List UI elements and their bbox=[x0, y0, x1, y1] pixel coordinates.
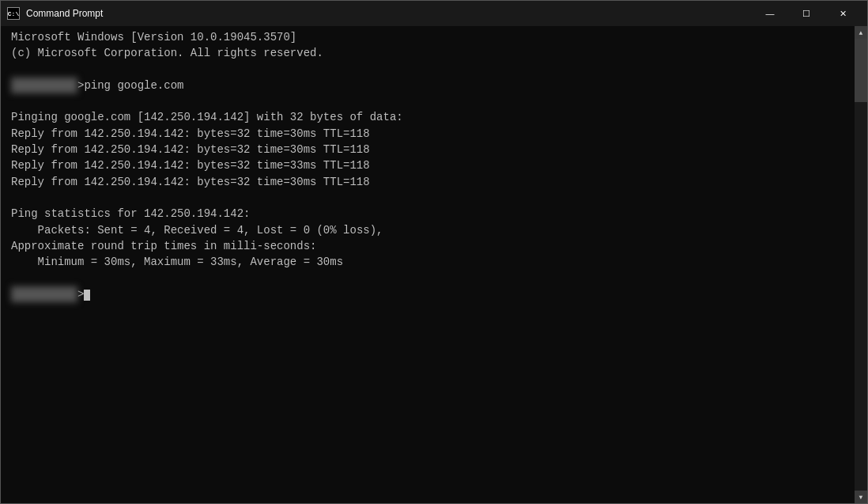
terminal-body[interactable]: Microsoft Windows [Version 10.0.19045.35… bbox=[5, 26, 855, 503]
close-button[interactable]: ✕ bbox=[825, 1, 861, 26]
maximize-button[interactable]: ☐ bbox=[788, 1, 825, 26]
final-prompt: > bbox=[11, 288, 90, 301]
window-icon: C:\ bbox=[7, 7, 20, 20]
line-pinging: Pinging google.com [142.250.194.142] wit… bbox=[11, 111, 403, 123]
terminal-output: Microsoft Windows [Version 10.0.19045.35… bbox=[11, 29, 848, 302]
username-blurred bbox=[11, 78, 77, 93]
stats-rtt-label: Approximate round trip times in milli-se… bbox=[11, 240, 316, 252]
line-copyright: (c) Microsoft Corporation. All rights re… bbox=[11, 47, 323, 59]
title-bar: C:\ Command Prompt — ☐ ✕ bbox=[1, 1, 867, 26]
window-controls: — ☐ ✕ bbox=[752, 1, 861, 26]
stats-rtt-values: Minimum = 30ms, Maximum = 33ms, Average … bbox=[11, 256, 343, 268]
scrollbar-track[interactable] bbox=[855, 39, 867, 491]
scroll-down-arrow[interactable]: ▼ bbox=[855, 491, 867, 503]
stats-header: Ping statistics for 142.250.194.142: bbox=[11, 207, 250, 220]
scroll-up-arrow[interactable]: ▲ bbox=[855, 26, 867, 39]
scrollbar[interactable]: ▲ ▼ bbox=[855, 26, 867, 503]
cmd-icon: C:\ bbox=[7, 7, 20, 20]
window-title: Command Prompt bbox=[26, 8, 752, 19]
reply-line-1: Reply from 142.250.194.142: bytes=32 tim… bbox=[11, 127, 370, 140]
line-version: Microsoft Windows [Version 10.0.19045.35… bbox=[11, 31, 296, 44]
stats-packets: Packets: Sent = 4, Received = 4, Lost = … bbox=[11, 224, 383, 237]
reply-line-4: Reply from 142.250.194.142: bytes=32 tim… bbox=[11, 176, 370, 188]
line-prompt-blurred: >ping google.com bbox=[11, 79, 183, 92]
final-prompt-gt: > bbox=[77, 288, 84, 301]
ping-command: >ping google.com bbox=[77, 79, 183, 92]
cursor bbox=[84, 290, 90, 301]
content-area: Microsoft Windows [Version 10.0.19045.35… bbox=[1, 26, 867, 503]
reply-line-2: Reply from 142.250.194.142: bytes=32 tim… bbox=[11, 143, 370, 156]
reply-line-3: Reply from 142.250.194.142: bytes=32 tim… bbox=[11, 159, 370, 172]
cmd-window: C:\ Command Prompt — ☐ ✕ Microsoft Windo… bbox=[0, 0, 868, 504]
minimize-button[interactable]: — bbox=[752, 1, 788, 26]
scrollbar-thumb[interactable] bbox=[855, 39, 867, 102]
final-username-blurred bbox=[11, 286, 77, 302]
